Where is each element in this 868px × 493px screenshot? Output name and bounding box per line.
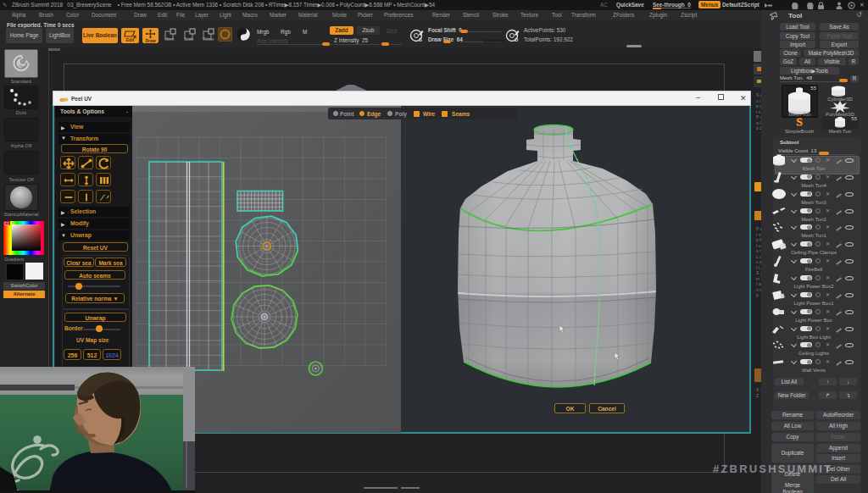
svg-text:D: D	[515, 37, 519, 42]
svg-text:S: S	[796, 115, 802, 128]
svg-text:Rotate: Rotate	[203, 37, 214, 42]
svg-text:Draw: Draw	[145, 38, 155, 43]
svg-text:Edit: Edit	[126, 37, 135, 42]
svg-text:C1: C1	[4, 222, 9, 226]
svg-text:S: S	[419, 37, 422, 42]
svg-text:Scale: Scale	[184, 37, 194, 42]
svg-text:Move: Move	[164, 37, 175, 42]
